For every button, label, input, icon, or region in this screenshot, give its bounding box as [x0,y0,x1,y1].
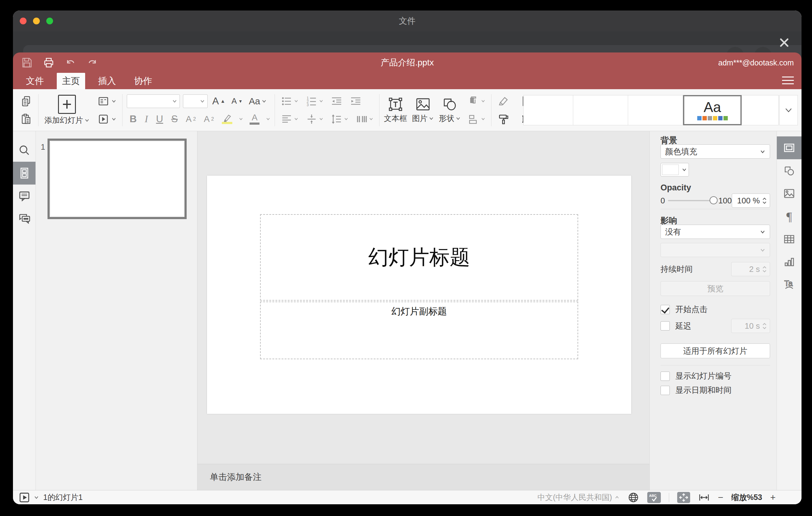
chevron-down-icon[interactable] [34,496,39,499]
line-spacing-icon[interactable] [329,113,350,125]
zoom-in-button[interactable]: + [770,492,776,503]
theme-gallery-expand-button[interactable] [779,95,798,125]
tab-file[interactable]: 文件 [21,73,49,89]
effect-select[interactable]: 没有 [661,225,770,239]
decrease-font-icon[interactable]: A▼ [230,96,244,106]
shape-icon[interactable] [440,96,459,112]
chevron-up-icon [614,496,619,499]
strikethrough-icon[interactable]: S [170,113,179,125]
minimize-traffic-button[interactable] [33,18,40,24]
maximize-traffic-button[interactable] [46,18,53,24]
shape-label-button[interactable]: 形状 [439,113,461,123]
add-slide-label-button[interactable]: 添加幻灯片 [43,115,91,125]
spellcheck-toggle[interactable]: ABC [647,492,661,503]
image-label-button[interactable]: 图片 [412,113,434,123]
add-slide-button[interactable] [58,95,76,114]
notes-area[interactable]: 单击添加备注 [198,464,649,490]
tab-insert[interactable]: 插入 [93,73,121,89]
show-slide-number-row[interactable]: 显示幻灯片编号 [661,371,770,381]
tab-collaboration[interactable]: 协作 [129,73,157,89]
tab-home[interactable]: 主页 [57,73,85,89]
search-panel-button[interactable] [13,139,35,162]
textart-settings-tab[interactable]: Ta [777,274,802,296]
subtitle-placeholder[interactable]: 幻灯片副标题 [260,302,578,359]
change-case-icon[interactable]: Aa [247,96,268,107]
show-date-time-row[interactable]: 显示日期和时间 [661,385,770,396]
delay-checkbox-row[interactable]: 延迟 [661,321,691,332]
increase-font-icon[interactable]: A▲ [211,95,227,107]
comments-panel-button[interactable] [13,184,35,207]
show-date-time-checkbox[interactable] [661,386,670,395]
vertical-align-icon[interactable] [304,113,325,125]
table-settings-tab[interactable] [777,228,802,251]
theme-option[interactable] [742,95,779,125]
theme-option[interactable] [573,95,628,125]
slide-subtitle-text[interactable]: 幻灯片副标题 [392,305,447,318]
fit-to-width-icon[interactable] [698,492,710,503]
theme-option[interactable] [523,95,573,125]
textbox-icon[interactable] [386,96,405,112]
theme-option[interactable] [628,95,683,125]
opacity-slider[interactable] [668,200,713,201]
highlight-color-icon[interactable] [220,114,234,124]
superscript-icon[interactable]: A2 [184,114,198,124]
columns-icon[interactable] [354,113,375,125]
show-slide-number-checkbox[interactable] [661,372,670,381]
slide-layout-icon[interactable] [95,95,118,108]
chat-panel-button[interactable] [13,207,35,230]
close-editor-button[interactable] [778,36,790,49]
textbox-label[interactable]: 文本框 [384,113,407,123]
align-objects-icon[interactable] [466,113,487,125]
paragraph-settings-tab[interactable]: ¶ [777,205,802,228]
bold-icon[interactable]: B [128,113,138,125]
opacity-slider-knob[interactable] [709,196,718,204]
opacity-spinner[interactable]: 100 % [732,194,770,208]
decrease-indent-icon[interactable] [329,95,344,107]
start-slideshow-icon[interactable] [95,113,118,125]
save-icon[interactable] [21,56,33,69]
close-traffic-button[interactable] [20,18,27,24]
menu-hamburger-icon[interactable] [782,77,794,84]
font-color-icon[interactable]: A [248,113,261,125]
slide-thumbnail-selected[interactable] [48,139,187,219]
numbered-list-icon[interactable]: 123 [304,95,325,107]
macos-titlebar: 文件 [13,10,802,31]
slide-settings-tab[interactable] [777,136,802,159]
horizontal-align-icon[interactable] [279,113,300,125]
underline-icon[interactable]: U [154,113,165,125]
shape-settings-tab[interactable] [777,159,802,182]
copy-icon[interactable] [19,95,34,107]
copy-style-icon[interactable] [496,113,511,125]
background-fill-select[interactable]: 颜色填充 [661,144,770,159]
paste-icon[interactable] [19,113,34,125]
start-on-click-checkbox[interactable] [661,305,670,314]
start-on-click-checkbox-row[interactable]: 开始点击 [661,304,770,315]
bullet-list-icon[interactable] [279,95,300,107]
background-color-picker[interactable] [661,163,689,176]
slides-panel-button[interactable] [13,162,35,184]
redo-icon[interactable] [86,56,98,69]
theme-option-selected[interactable]: Aa [683,95,742,125]
set-language-globe-icon[interactable] [628,492,639,503]
image-settings-tab[interactable] [777,182,802,205]
italic-icon[interactable]: I [143,113,150,125]
slide-title-text[interactable]: 幻灯片标题 [368,243,470,271]
clear-style-icon[interactable] [496,95,511,107]
delay-checkbox[interactable] [661,321,670,331]
apply-to-all-slides-button[interactable]: 适用于所有幻灯片 [661,343,770,358]
title-placeholder[interactable]: 幻灯片标题 [260,214,578,300]
increase-indent-icon[interactable] [348,95,363,107]
subscript-icon[interactable]: A2 [202,114,216,124]
start-slideshow-status-icon[interactable] [19,492,30,503]
font-name-select[interactable] [127,94,180,108]
image-icon[interactable] [413,96,433,112]
language-selector[interactable]: 中文(中华人民共和国) [538,492,619,503]
slide-canvas[interactable]: 幻灯片标题 幻灯片副标题 [207,176,631,414]
chart-settings-tab[interactable] [777,251,802,274]
zoom-out-button[interactable]: − [718,492,723,503]
undo-icon[interactable] [64,56,77,69]
chevron-down-icon [111,99,116,103]
font-size-select[interactable] [183,94,208,108]
arrange-icon[interactable] [466,95,487,107]
fit-to-slide-toggle[interactable] [677,492,690,503]
